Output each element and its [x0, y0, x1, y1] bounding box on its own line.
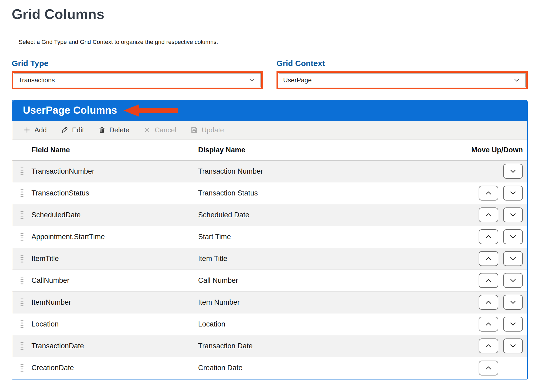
table-body: TransactionNumberTransaction NumberTrans… [12, 161, 527, 379]
update-button: Update [190, 126, 224, 134]
drag-handle-icon[interactable] [20, 342, 24, 350]
move-up-button[interactable] [479, 251, 498, 266]
move-buttons [459, 186, 523, 201]
move-buttons [459, 273, 523, 288]
delete-label: Delete [109, 126, 129, 134]
drag-handle-icon[interactable] [20, 276, 24, 285]
table-row: ScheduledDateScheduled Date [12, 204, 527, 226]
grid-context-label: Grid Context [276, 59, 528, 68]
move-down-button[interactable] [503, 338, 523, 353]
move-up-button[interactable] [479, 361, 498, 375]
grid-context-value: UserPage [283, 76, 312, 84]
chevron-up-icon [484, 211, 492, 219]
chevron-down-icon [513, 76, 520, 84]
field-name-cell: TransactionStatus [31, 189, 198, 197]
display-name-cell: Item Title [198, 255, 459, 263]
move-down-button[interactable] [503, 186, 523, 201]
table-row: CreationDateCreation Date [12, 357, 527, 379]
display-name-cell: Transaction Number [198, 167, 459, 175]
table-row: TransactionNumberTransaction Number [12, 161, 527, 182]
grid-context-filter: Grid Context UserPage [276, 59, 528, 89]
display-name-cell: Item Number [198, 298, 459, 307]
move-up-button[interactable] [479, 273, 498, 288]
chevron-down-icon [509, 233, 517, 241]
move-buttons [459, 338, 523, 353]
trash-icon [98, 126, 106, 134]
chevron-up-icon [484, 276, 492, 284]
display-name-cell: Start Time [198, 233, 459, 241]
display-name-cell: Transaction Date [198, 342, 459, 350]
chevron-up-icon [484, 320, 492, 328]
chevron-down-icon [509, 167, 517, 175]
grid-type-filter: Grid Type Transactions [12, 59, 263, 89]
table-row: TransactionDateTransaction Date [12, 335, 527, 357]
edit-button[interactable]: Edit [61, 126, 84, 134]
chevron-down-icon [509, 276, 517, 284]
close-icon [143, 126, 151, 134]
chevron-up-icon [484, 233, 492, 241]
move-buttons [459, 361, 523, 375]
move-buttons [459, 207, 523, 222]
move-up-button[interactable] [479, 317, 498, 332]
chevron-down-icon [509, 298, 517, 306]
drag-handle-icon[interactable] [20, 189, 24, 198]
move-down-button[interactable] [503, 164, 523, 179]
field-name-cell: CallNumber [31, 276, 198, 285]
add-button[interactable]: Add [23, 126, 47, 134]
move-up-button[interactable] [479, 229, 498, 244]
move-up-button[interactable] [479, 338, 498, 353]
plus-icon [23, 126, 31, 134]
drag-handle-icon[interactable] [20, 211, 24, 219]
move-down-button[interactable] [503, 207, 523, 222]
move-down-button[interactable] [503, 273, 523, 288]
drag-handle-icon[interactable] [20, 298, 24, 307]
drag-handle-icon[interactable] [20, 364, 24, 372]
userpage-columns-panel: UserPage Columns AddEditDeleteCancelUpda… [12, 100, 528, 379]
move-buttons [459, 295, 523, 310]
delete-button[interactable]: Delete [98, 126, 129, 134]
move-down-button[interactable] [503, 251, 523, 266]
move-down-button[interactable] [503, 317, 523, 332]
grid-type-label: Grid Type [12, 59, 263, 68]
display-name-cell: Scheduled Date [198, 211, 459, 219]
field-name-cell: TransactionDate [31, 342, 198, 350]
table-row: LocationLocation [12, 313, 527, 335]
grid-context-dropdown[interactable]: UserPage [279, 73, 526, 87]
move-up-button[interactable] [479, 186, 498, 201]
table-row: TransactionStatusTransaction Status [12, 182, 527, 204]
drag-handle-icon[interactable] [20, 232, 24, 241]
table-row: CallNumberCall Number [12, 270, 527, 292]
field-name-cell: ItemNumber [31, 298, 198, 307]
page-subtitle: Select a Grid Type and Grid Context to o… [19, 39, 528, 46]
edit-label: Edit [72, 126, 84, 134]
grid-type-annotation-box: Transactions [12, 71, 263, 89]
display-name-cell: Creation Date [198, 364, 459, 372]
display-name-cell: Transaction Status [198, 189, 459, 197]
move-down-button[interactable] [503, 229, 523, 244]
chevron-down-icon [509, 320, 517, 328]
move-down-button[interactable] [503, 295, 523, 310]
save-icon [190, 126, 198, 134]
cancel-button: Cancel [143, 126, 176, 134]
move-updown-header: Move Up/Down [459, 146, 523, 154]
chevron-down-icon [509, 342, 517, 350]
chevron-up-icon [484, 298, 492, 306]
drag-handle-icon[interactable] [20, 320, 24, 329]
move-buttons [459, 229, 523, 244]
grid-type-dropdown[interactable]: Transactions [14, 73, 261, 87]
chevron-down-icon [509, 211, 517, 219]
field-name-cell: ItemTitle [31, 255, 198, 263]
move-buttons [459, 317, 523, 332]
table-row: ItemNumberItem Number [12, 292, 527, 313]
drag-handle-icon[interactable] [20, 167, 24, 176]
drag-handle-icon[interactable] [20, 254, 24, 263]
field-name-cell: CreationDate [31, 364, 198, 372]
move-up-button[interactable] [479, 295, 498, 310]
toolbar: AddEditDeleteCancelUpdate [12, 121, 527, 140]
annotation-arrow-icon [123, 104, 179, 117]
pencil-icon [61, 126, 69, 134]
move-up-button[interactable] [479, 207, 498, 222]
chevron-up-icon [484, 255, 492, 263]
chevron-up-icon [484, 342, 492, 350]
field-name-header: Field Name [31, 146, 198, 154]
